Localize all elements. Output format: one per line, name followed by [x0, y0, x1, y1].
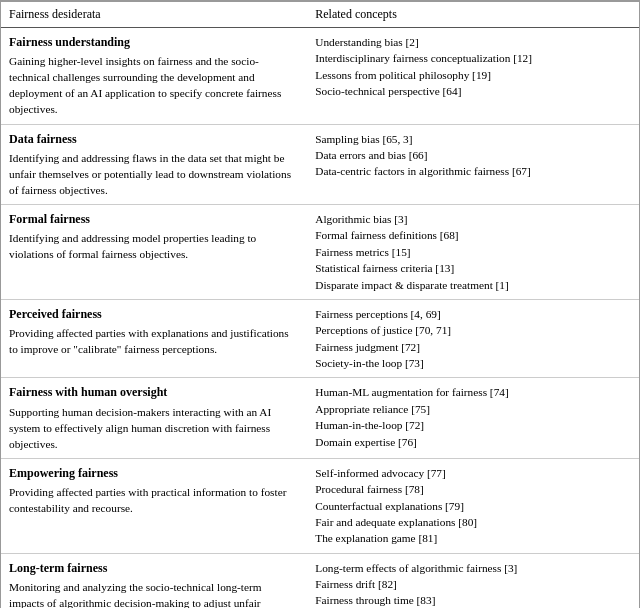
row-title: Fairness with human oversight [9, 384, 299, 401]
list-item: Domain expertise [76] [315, 434, 631, 450]
col1-header: Fairness desiderata [1, 2, 307, 28]
list-item: Fair and adequate explanations [80] [315, 514, 631, 530]
list-item: Human-in-the-loop [72] [315, 417, 631, 433]
table-row: Long-term fairnessMonitoring and analyzi… [1, 553, 639, 608]
col2-header: Related concepts [307, 2, 639, 28]
list-item: Counterfactual explanations [79] [315, 498, 631, 514]
desiderata-cell: Long-term fairnessMonitoring and analyzi… [1, 553, 307, 608]
list-item: Fairness metrics [15] [315, 244, 631, 260]
related-list: Understanding bias [2]Interdisciplinary … [315, 34, 631, 100]
row-title: Formal fairness [9, 211, 299, 228]
row-desc: Monitoring and analyzing the socio-techn… [9, 579, 299, 608]
table-row: Data fairnessIdentifying and addressing … [1, 124, 639, 204]
row-desc: Gaining higher-level insights on fairnes… [9, 53, 299, 117]
related-cell: Self-informed advocacy [77]Procedural fa… [307, 458, 639, 553]
desiderata-cell: Perceived fairnessProviding affected par… [1, 299, 307, 378]
related-list: Long-term effects of algorithmic fairnes… [315, 560, 631, 608]
related-cell: Human-ML augmentation for fairness [74]A… [307, 378, 639, 458]
table-row: Formal fairnessIdentifying and addressin… [1, 205, 639, 300]
row-title: Perceived fairness [9, 306, 299, 323]
row-desc: Providing affected parties with practica… [9, 484, 299, 516]
list-item: Sampling bias [65, 3] [315, 131, 631, 147]
list-item: Fairness judgment [72] [315, 339, 631, 355]
related-cell: Fairness perceptions [4, 69]Perceptions … [307, 299, 639, 378]
desiderata-cell: Data fairnessIdentifying and addressing … [1, 124, 307, 204]
table-row: Fairness understandingGaining higher-lev… [1, 28, 639, 125]
desiderata-cell: Fairness with human oversightSupporting … [1, 378, 307, 458]
desiderata-cell: Empowering fairnessProviding affected pa… [1, 458, 307, 553]
list-item: Fairness through time [83] [315, 592, 631, 608]
row-title: Empowering fairness [9, 465, 299, 482]
desiderata-cell: Formal fairnessIdentifying and addressin… [1, 205, 307, 300]
row-title: Long-term fairness [9, 560, 299, 577]
related-list: Fairness perceptions [4, 69]Perceptions … [315, 306, 631, 372]
related-list: Self-informed advocacy [77]Procedural fa… [315, 465, 631, 547]
list-item: Interdisciplinary fairness conceptualiza… [315, 50, 631, 66]
list-item: Appropriate reliance [75] [315, 401, 631, 417]
list-item: Data-centric factors in algorithmic fair… [315, 163, 631, 179]
list-item: The explanation game [81] [315, 530, 631, 546]
list-item: Human-ML augmentation for fairness [74] [315, 384, 631, 400]
list-item: Fairness perceptions [4, 69] [315, 306, 631, 322]
fairness-table: Fairness desiderata Related concepts Fai… [0, 0, 640, 608]
list-item: Fairness drift [82] [315, 576, 631, 592]
list-item: Data errors and bias [66] [315, 147, 631, 163]
related-list: Algorithmic bias [3]Formal fairness defi… [315, 211, 631, 293]
table-row: Empowering fairnessProviding affected pa… [1, 458, 639, 553]
related-cell: Long-term effects of algorithmic fairnes… [307, 553, 639, 608]
list-item: Statistical fairness criteria [13] [315, 260, 631, 276]
list-item: Formal fairness definitions [68] [315, 227, 631, 243]
related-cell: Sampling bias [65, 3]Data errors and bia… [307, 124, 639, 204]
list-item: Understanding bias [2] [315, 34, 631, 50]
list-item: Algorithmic bias [3] [315, 211, 631, 227]
list-item: Lessons from political philosophy [19] [315, 67, 631, 83]
related-list: Human-ML augmentation for fairness [74]A… [315, 384, 631, 450]
list-item: Socio-technical perspective [64] [315, 83, 631, 99]
desiderata-cell: Fairness understandingGaining higher-lev… [1, 28, 307, 125]
row-desc: Identifying and addressing flaws in the … [9, 150, 299, 198]
table-row: Fairness with human oversightSupporting … [1, 378, 639, 458]
row-desc: Providing affected parties with explanat… [9, 325, 299, 357]
row-title: Fairness understanding [9, 34, 299, 51]
related-cell: Algorithmic bias [3]Formal fairness defi… [307, 205, 639, 300]
list-item: Procedural fairness [78] [315, 481, 631, 497]
list-item: Self-informed advocacy [77] [315, 465, 631, 481]
related-cell: Understanding bias [2]Interdisciplinary … [307, 28, 639, 125]
row-desc: Supporting human decision-makers interac… [9, 404, 299, 452]
row-desc: Identifying and addressing model propert… [9, 230, 299, 262]
table-row: Perceived fairnessProviding affected par… [1, 299, 639, 378]
list-item: Perceptions of justice [70, 71] [315, 322, 631, 338]
related-list: Sampling bias [65, 3]Data errors and bia… [315, 131, 631, 180]
row-title: Data fairness [9, 131, 299, 148]
list-item: Disparate impact & disparate treatment [… [315, 277, 631, 293]
list-item: Society-in-the loop [73] [315, 355, 631, 371]
list-item: Long-term effects of algorithmic fairnes… [315, 560, 631, 576]
